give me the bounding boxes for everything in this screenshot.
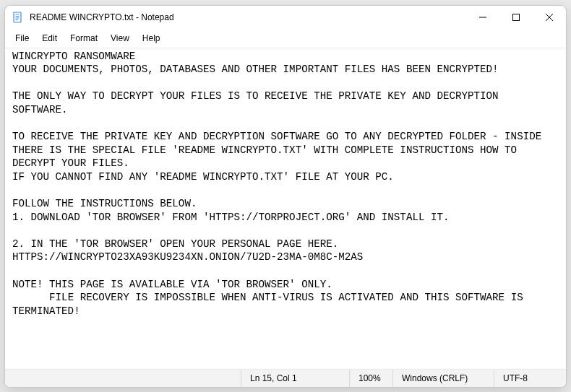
menu-help[interactable]: Help: [137, 32, 166, 45]
status-spacer: [5, 370, 241, 387]
svg-rect-0: [14, 12, 21, 22]
notepad-window: README WINCRYPTO.txt - Notepad File Edit…: [4, 5, 567, 388]
window-controls: [466, 6, 566, 29]
close-button[interactable]: [533, 6, 566, 29]
menubar: File Edit Format View Help: [5, 29, 566, 48]
status-encoding: UTF-8: [494, 370, 566, 387]
statusbar: Ln 15, Col 1 100% Windows (CRLF) UTF-8: [5, 370, 566, 387]
window-title: README WINCRYPTO.txt - Notepad: [30, 12, 466, 22]
text-area[interactable]: WINCRYPTO RANSOMWARE YOUR DOCUMENTS, PHO…: [5, 48, 566, 370]
menu-file[interactable]: File: [9, 32, 35, 45]
maximize-button[interactable]: [499, 6, 533, 29]
status-position: Ln 15, Col 1: [241, 370, 349, 387]
titlebar[interactable]: README WINCRYPTO.txt - Notepad: [5, 6, 566, 29]
menu-format[interactable]: Format: [64, 32, 103, 45]
notepad-icon: [12, 12, 24, 23]
status-zoom: 100%: [349, 370, 392, 387]
minimize-button[interactable]: [466, 6, 499, 29]
menu-edit[interactable]: Edit: [36, 32, 63, 45]
status-line-ending: Windows (CRLF): [392, 370, 494, 387]
menu-view[interactable]: View: [105, 32, 135, 45]
svg-rect-6: [513, 14, 520, 20]
